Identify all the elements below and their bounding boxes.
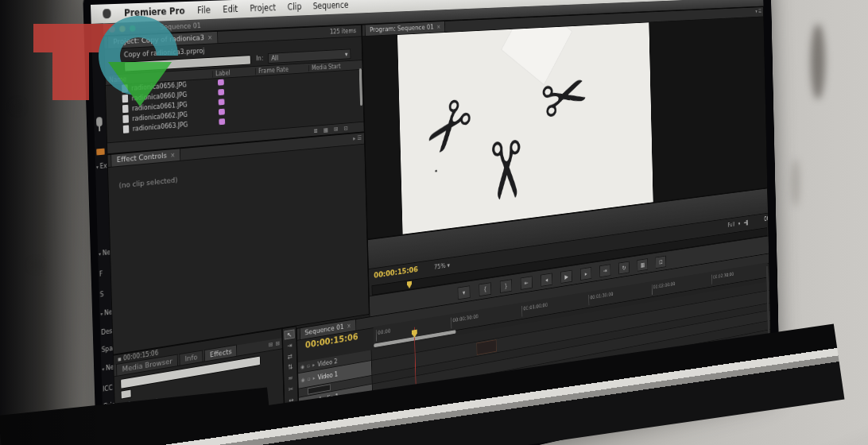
menu-item-edit[interactable]: Edit — [223, 4, 238, 15]
new-preset-bin-icon[interactable]: ⊞ — [275, 340, 280, 347]
ruler-label: 00:01:00:00 — [521, 302, 548, 317]
tab-program-label: Program: Sequence 01 — [370, 23, 434, 34]
program-quality-dropdown[interactable]: Full ▾ — [727, 219, 747, 228]
go-to-out-button[interactable]: ⇥ — [599, 264, 610, 277]
tc-logo — [33, 11, 169, 138]
play-button[interactable]: ▶ — [560, 269, 572, 283]
ruler-label: 00:02:30:00 — [711, 271, 734, 284]
new-item-icon[interactable]: ⊡ — [343, 125, 347, 132]
menu-item-file[interactable]: File — [197, 5, 211, 16]
project-scrollbar[interactable] — [359, 68, 362, 106]
menu-item-clip[interactable]: Clip — [288, 2, 302, 13]
background-label: F — [99, 270, 103, 277]
output-button[interactable]: ⊡ — [656, 255, 667, 268]
disclosure-triangle-icon[interactable]: ▸ — [313, 375, 316, 381]
background-label: S — [100, 291, 104, 299]
lock-icon[interactable]: ▫ — [308, 376, 311, 382]
chevron-down-icon: ▾ — [345, 50, 348, 57]
settings-wrench-icon[interactable] — [744, 219, 748, 226]
scrub-playhead[interactable] — [407, 281, 412, 289]
label-chip[interactable] — [218, 79, 224, 85]
disclosure-triangle-icon: ▾ — [96, 164, 99, 169]
ruler-label: 00:00:30:00 — [451, 313, 479, 329]
chevron-down-icon: ▾ — [447, 261, 449, 269]
step-back-button[interactable]: ◂ — [541, 273, 552, 286]
ruler-label: 00:02:00:00 — [652, 281, 675, 295]
lock-icon[interactable]: ▫ — [307, 363, 310, 370]
tab-effects[interactable]: Effects — [204, 344, 238, 361]
background-label-text: F — [99, 270, 103, 277]
speck — [435, 170, 437, 172]
menu-item-sequence[interactable]: Sequence — [313, 0, 349, 11]
rate-stretch-tool[interactable]: ≈ — [285, 373, 296, 383]
label-chip[interactable] — [218, 88, 224, 95]
search-icon-button[interactable] — [121, 389, 132, 399]
new-bin-icon[interactable]: ⊞ — [334, 126, 338, 133]
panel-menu-icon[interactable]: ▾ ☰ — [755, 9, 761, 14]
tc-logo-t-stem — [52, 51, 89, 100]
tab-effect-controls-label: Effect Controls — [117, 151, 167, 164]
icon-view-icon[interactable]: ▦ — [324, 126, 328, 134]
new-custom-bin-icon[interactable]: ⊞ — [269, 341, 273, 348]
wall-smudge — [811, 24, 825, 99]
mark-out-button[interactable]: } — [500, 279, 512, 293]
label-chip[interactable] — [219, 99, 225, 105]
scissors-right: ✂ — [537, 56, 594, 139]
close-icon[interactable]: × — [207, 34, 212, 41]
disclosure-triangle-icon: ▾ — [99, 251, 101, 257]
step-forward-button[interactable]: ▸ — [580, 267, 591, 281]
quality-value: Full — [727, 221, 734, 228]
ripple-edit-tool[interactable]: ⇄ — [285, 351, 295, 362]
selection-tool[interactable]: ↖ — [284, 329, 294, 339]
program-timecode[interactable]: 00:00:15:06 — [374, 265, 418, 281]
tc-logo-arrow-down-icon — [108, 62, 172, 106]
project-items-count: 125 items — [330, 27, 356, 36]
close-icon[interactable]: × — [170, 152, 175, 159]
panel-menu-icon[interactable]: ▸ ☰ — [353, 134, 362, 141]
folder-icon — [96, 149, 104, 156]
zoom-level-value: 75% — [434, 262, 446, 271]
video-toggle-icon[interactable]: ◉ — [300, 364, 304, 370]
video-toggle-icon[interactable]: ◉ — [301, 377, 305, 383]
close-icon[interactable]: × — [436, 24, 440, 30]
scissors-bottom: ✂ — [473, 135, 537, 207]
wall-streak — [792, 159, 800, 207]
program-zoom-dropdown[interactable]: 75% ▾ — [434, 261, 450, 271]
mark-in-button[interactable]: { — [479, 282, 491, 296]
chevron-down-icon: ▾ — [738, 220, 741, 226]
safe-margins-button[interactable]: ▦ — [637, 258, 648, 272]
find-in-label: In: — [256, 54, 263, 62]
close-icon[interactable]: × — [347, 323, 351, 330]
wall-speck — [14, 103, 21, 110]
razor-tool[interactable]: ✂ — [285, 384, 296, 394]
label-chip[interactable] — [219, 118, 225, 125]
loop-button[interactable]: ↻ — [618, 261, 630, 274]
disclosure-triangle-icon: ▾ — [102, 366, 104, 371]
list-view-icon[interactable]: ≣ — [313, 127, 318, 134]
menu-item-project[interactable]: Project — [250, 2, 276, 14]
disclosure-triangle-icon[interactable]: ▸ — [312, 362, 315, 368]
video-frame: ✂ ✂ ✂ — [397, 22, 653, 234]
track-label: Video 1 — [318, 370, 338, 381]
menu-items: FileEditProjectClipSequence — [197, 0, 349, 16]
rolling-edit-tool[interactable]: ⇅ — [285, 362, 296, 373]
disclosure-triangle-icon: ▾ — [100, 311, 103, 316]
add-marker-button[interactable]: ▾ — [458, 285, 471, 300]
go-to-in-button[interactable]: ⇤ — [521, 276, 533, 289]
tab-info[interactable]: Info — [179, 350, 203, 365]
background-label-text: S — [100, 291, 104, 299]
label-chip[interactable] — [219, 108, 225, 114]
ruler-label: 00:01:30:00 — [588, 291, 613, 305]
find-in-value: All — [271, 54, 278, 62]
ruler-label: 00:00 — [376, 327, 391, 341]
wall-speck — [32, 262, 40, 268]
effect-controls-empty-message: (no clip selected) — [118, 176, 177, 190]
track-select-tool[interactable]: ⇥ — [285, 340, 295, 350]
